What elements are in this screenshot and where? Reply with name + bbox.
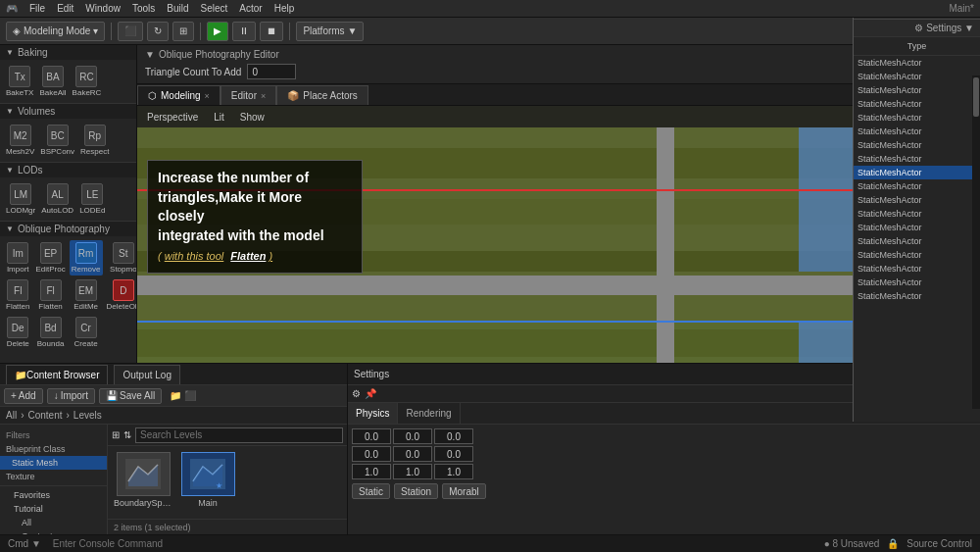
station-btn[interactable]: Station <box>394 483 438 499</box>
sort-btn[interactable]: ⇅ <box>123 429 131 440</box>
import-button[interactable]: ↓ Import <box>47 388 95 404</box>
type-item-4[interactable]: StaticMeshActor <box>854 111 980 125</box>
show-btn[interactable]: Show <box>236 111 269 124</box>
prop-z-3[interactable] <box>434 464 473 479</box>
modeling-tab[interactable]: ⬡ Modeling × <box>137 85 220 105</box>
menu-actor[interactable]: Actor <box>239 3 262 14</box>
tool-delete[interactable]: De Delete <box>4 315 31 350</box>
prop-y-1[interactable] <box>393 428 432 444</box>
path-content[interactable]: Content <box>27 410 62 421</box>
lods-section-header[interactable]: ▼ LODs <box>0 162 136 177</box>
prop-y-3[interactable] <box>393 464 432 479</box>
tool-deleteop[interactable]: D DeleteOP <box>105 277 138 313</box>
type-item-0[interactable]: StaticMeshActor <box>854 56 980 70</box>
stop-button[interactable]: ⏹ <box>260 22 283 41</box>
tool-bspconv[interactable]: BC BSPConv <box>38 123 76 158</box>
props-gear-icon[interactable]: ⚙ <box>352 388 361 399</box>
tool-bakeall[interactable]: BA BakeAll <box>37 64 68 99</box>
app-tab-name[interactable]: Main* <box>949 3 974 14</box>
tool-baketx[interactable]: Tx BakeTX <box>4 64 35 99</box>
tool-remove[interactable]: Rm Remove <box>70 240 103 276</box>
type-item-5[interactable]: StaticMeshActor <box>854 125 980 138</box>
source-control-label[interactable]: Source Control <box>906 538 972 549</box>
prop-x-3[interactable] <box>352 464 391 479</box>
type-item-7[interactable]: StaticMeshActor <box>854 152 980 166</box>
type-item-12[interactable]: StaticMeshActor <box>854 221 980 234</box>
menu-help[interactable]: Help <box>274 3 295 14</box>
save-all-button[interactable]: 💾 Save All <box>99 388 162 404</box>
triangle-count-input[interactable] <box>247 64 296 79</box>
menu-tools[interactable]: Tools <box>132 3 155 14</box>
path-all[interactable]: All <box>6 410 17 421</box>
type-item-1[interactable]: StaticMeshActor <box>854 70 980 83</box>
type-item-13[interactable]: StaticMeshActor <box>854 234 980 248</box>
prop-z-1[interactable] <box>434 428 473 444</box>
tool-create[interactable]: Cr Create <box>70 315 103 350</box>
type-item-14[interactable]: StaticMeshActor <box>854 248 980 262</box>
output-log-tab[interactable]: Output Log <box>114 365 179 384</box>
list-item-1[interactable]: ★ Main <box>178 452 237 513</box>
type-item-8[interactable]: StaticMeshActor <box>854 166 980 179</box>
type-item-10[interactable]: StaticMeshActor <box>854 193 980 207</box>
tree-all[interactable]: All <box>0 516 107 529</box>
type-item-11[interactable]: StaticMeshActor <box>854 207 980 221</box>
tree-favorites[interactable]: Favorites <box>0 488 107 502</box>
volumes-section-header[interactable]: ▼ Volumes <box>0 103 136 119</box>
type-item-2[interactable]: StaticMeshActor <box>854 83 980 97</box>
menu-window[interactable]: Window <box>85 3 121 14</box>
baking-section-header[interactable]: ▼ Baking <box>0 45 136 60</box>
oblique-section-header[interactable]: ▼ Oblique Photography <box>0 221 136 236</box>
tool-editme[interactable]: EM EditMe <box>70 277 103 313</box>
pause-button[interactable]: ⏸ <box>232 22 256 41</box>
list-item-0[interactable]: BoundarySpline <box>114 452 172 513</box>
morabl-btn[interactable]: Morabl <box>442 483 486 499</box>
prop-x-2[interactable] <box>352 446 391 462</box>
add-button[interactable]: + Add <box>4 388 43 404</box>
menu-select[interactable]: Select <box>201 3 228 14</box>
play-button[interactable]: ▶ <box>207 22 228 41</box>
tree-tutorial[interactable]: Tutorial <box>0 502 107 516</box>
tool-bounda[interactable]: Bd Bounda <box>33 315 67 350</box>
prop-y-2[interactable] <box>393 446 432 462</box>
type-item-15[interactable]: StaticMeshActor <box>854 262 980 276</box>
menu-edit[interactable]: Edit <box>57 3 74 14</box>
type-item-3[interactable]: StaticMeshActor <box>854 97 980 111</box>
props-pin-icon[interactable]: 📌 <box>365 388 376 399</box>
tool-autolod[interactable]: AL AutoLOD <box>39 181 75 217</box>
tool-flatten2[interactable]: Fl Flatten <box>33 277 67 313</box>
tool-editproc[interactable]: EP EditProc <box>33 240 67 276</box>
tool-bakerc[interactable]: RC BakeRC <box>71 64 104 99</box>
tool-mesh2v[interactable]: M2 Mesh2V <box>4 123 36 158</box>
prop-z-2[interactable] <box>434 446 473 462</box>
tool-lodmgr[interactable]: LM LODMgr <box>4 181 37 217</box>
physics-tab[interactable]: Physics <box>348 403 398 424</box>
editor-tab-close[interactable]: × <box>261 91 266 101</box>
rendering-tab[interactable]: Rendering <box>398 403 460 424</box>
tool-respect[interactable]: Rp Respect <box>78 123 111 158</box>
transform-btn[interactable]: ⬛ <box>118 22 143 41</box>
menu-file[interactable]: File <box>29 3 45 14</box>
static-btn[interactable]: Static <box>352 483 390 499</box>
static-mesh-filter[interactable]: Static Mesh <box>0 456 107 470</box>
perspective-btn[interactable]: Perspective <box>143 111 202 124</box>
type-item-17[interactable]: StaticMeshActor <box>854 289 980 303</box>
modeling-tab-close[interactable]: × <box>205 91 210 101</box>
editor-tab[interactable]: Editor × <box>220 85 276 105</box>
type-item-9[interactable]: StaticMeshActor <box>854 179 980 193</box>
content-browser-tab[interactable]: 📁 Content Browser <box>6 365 108 384</box>
type-item-16[interactable]: StaticMeshActor <box>854 276 980 289</box>
lit-btn[interactable]: Lit <box>210 111 228 124</box>
modeling-mode-btn[interactable]: ◈ Modeling Mode ▾ <box>6 22 105 41</box>
cmd-label[interactable]: Cmd ▼ <box>8 538 41 549</box>
search-input[interactable] <box>135 427 343 443</box>
tool-import[interactable]: Im Import <box>4 240 31 276</box>
tool-stopmo[interactable]: St Stopmo <box>105 240 138 276</box>
tool-flatten1[interactable]: Fl Flatten <box>4 277 31 313</box>
path-levels[interactable]: Levels <box>74 410 102 421</box>
tool-loded[interactable]: LE LODEd <box>77 181 107 217</box>
place-actors-tab[interactable]: 📦 Place Actors <box>276 85 368 105</box>
menu-build[interactable]: Build <box>167 3 188 14</box>
prop-x-1[interactable] <box>352 428 391 444</box>
console-input[interactable] <box>53 538 812 549</box>
view-mode-btn[interactable]: ⊞ <box>112 429 120 440</box>
